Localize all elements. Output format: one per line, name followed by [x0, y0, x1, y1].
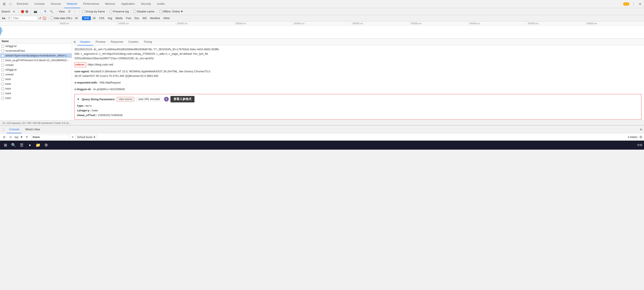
- list-item-checkbox[interactable]: [1, 45, 4, 48]
- taskbar-task-icon[interactable]: ☰: [18, 142, 25, 149]
- list-item-checkbox[interactable]: [1, 97, 4, 100]
- waterfall-view-icon[interactable]: ⫶: [72, 9, 78, 14]
- filter-tab-manifest[interactable]: Manifest: [148, 16, 162, 20]
- tab-elements[interactable]: Elements: [14, 0, 31, 8]
- offline-label[interactable]: Offline: [159, 10, 171, 13]
- details-close-icon[interactable]: ✕: [73, 40, 76, 44]
- iframe-input[interactable]: [31, 134, 70, 140]
- undock-icon[interactable]: □: [7, 1, 14, 7]
- filter-tab-doc[interactable]: Doc: [133, 16, 141, 20]
- filter-tab-xhr[interactable]: XHR: [82, 16, 91, 20]
- filter-tab-css[interactable]: CSS: [97, 16, 106, 20]
- details-tab-cookies[interactable]: Cookies: [126, 39, 141, 46]
- all-filter-tab[interactable]: All: [74, 16, 79, 20]
- taskbar-chrome-icon[interactable]: ●: [26, 142, 34, 149]
- details-tab-preview[interactable]: Preview: [93, 39, 108, 46]
- context-select[interactable]: ▼: [20, 136, 23, 139]
- list-item[interactable]: track_ua.gif?APIVersion=0.6.0&cid=10_194…: [0, 58, 72, 63]
- eye-icon[interactable]: 👁: [25, 135, 30, 140]
- case-sensitive-button[interactable]: Aa: [1, 17, 6, 20]
- disable-cache-checkbox[interactable]: [133, 10, 136, 13]
- filter-tab-other[interactable]: Other: [162, 16, 172, 20]
- tab-audits[interactable]: Audits: [154, 0, 168, 8]
- view-source-button[interactable]: view source: [117, 97, 134, 101]
- details-tab-headers[interactable]: Headers: [77, 39, 93, 46]
- tab-memory[interactable]: Memory: [102, 0, 118, 8]
- settings-cog-icon[interactable]: ⚙: [639, 135, 642, 139]
- list-item[interactable]: track: [0, 77, 72, 82]
- hide-data-urls-label[interactable]: Hide data URLs: [51, 17, 72, 20]
- list-item-checkbox[interactable]: [1, 50, 4, 52]
- hide-data-urls-checkbox[interactable]: [51, 17, 54, 20]
- taskbar-search-icon[interactable]: 🔍: [10, 142, 17, 149]
- group-by-frame-label[interactable]: Group by frame: [82, 10, 105, 13]
- filter-icon[interactable]: ⚗: [42, 9, 48, 14]
- filter-tab-ws[interactable]: WS: [141, 16, 148, 20]
- filter-tab-media[interactable]: Media: [114, 16, 124, 20]
- list-item[interactable]: track: [0, 86, 72, 91]
- details-scroll-area[interactable]: 3D106310124; dc_sid=71cdd04ac853d9183b6e…: [72, 46, 644, 120]
- tab-security[interactable]: Security: [138, 0, 154, 8]
- reload-icon[interactable]: ↺: [39, 16, 41, 20]
- tab-network[interactable]: Network: [64, 0, 80, 8]
- default-levels-dropdown[interactable]: Default levels ▼: [76, 135, 97, 139]
- list-item-checkbox[interactable]: [1, 92, 4, 95]
- list-item[interactable]: isDiggList: [0, 44, 72, 48]
- view-url-encoded-button[interactable]: view URL encoded: [136, 97, 162, 101]
- list-item-checkbox[interactable]: [1, 54, 4, 57]
- list-item[interactable]: unread: [0, 63, 72, 68]
- list-item-checkbox[interactable]: [1, 59, 4, 62]
- taskbar-app2-icon[interactable]: ⚙: [42, 142, 50, 149]
- clear-filter-icon[interactable]: 🚫: [42, 16, 46, 20]
- whats-new-tab[interactable]: What's New: [23, 126, 42, 133]
- list-view-icon[interactable]: ☰: [67, 9, 72, 14]
- filter-tab-js[interactable]: JS: [91, 16, 97, 20]
- dock-icon[interactable]: ⊞: [1, 1, 7, 7]
- filter-input[interactable]: [12, 16, 37, 20]
- console-tab[interactable]: Console: [7, 126, 22, 133]
- details-tab-timing[interactable]: Timing: [141, 39, 154, 46]
- taskbar-app1-icon[interactable]: 📁: [34, 142, 42, 149]
- search-icon[interactable]: 🔍: [49, 9, 54, 14]
- list-item[interactable]: track: [0, 91, 72, 96]
- list-item[interactable]: isDiggList: [0, 68, 72, 72]
- stop-recording-button[interactable]: ⊘: [25, 10, 28, 13]
- list-item-checkbox[interactable]: [1, 68, 4, 71]
- tab-performance[interactable]: Performance: [80, 0, 102, 8]
- preserve-log-checkbox[interactable]: [110, 10, 112, 13]
- group-by-frame-checkbox[interactable]: [82, 10, 85, 13]
- timeline-chart[interactable]: [0, 26, 644, 39]
- list-item-checkbox[interactable]: [1, 73, 4, 76]
- offline-checkbox[interactable]: [159, 10, 162, 13]
- list-item-checkbox[interactable]: [1, 83, 4, 86]
- disable-cache-label[interactable]: Disable cache: [133, 10, 154, 13]
- regex-button[interactable]: .*: [7, 16, 10, 20]
- preserve-log-label[interactable]: Preserve log: [110, 10, 129, 13]
- record-button[interactable]: [21, 10, 24, 13]
- details-tab-response[interactable]: Response: [108, 39, 126, 46]
- online-select[interactable]: Online ▼: [172, 10, 183, 13]
- close-search-icon[interactable]: ✕: [12, 9, 16, 14]
- list-item[interactable]: recommendFeed: [0, 48, 72, 53]
- request-list[interactable]: isDiggList recommendFeed articles?type=m…: [0, 44, 72, 120]
- tab-application[interactable]: Application: [118, 0, 138, 8]
- more-options-icon[interactable]: ⋮: [630, 1, 637, 7]
- tab-console[interactable]: Console: [31, 0, 48, 8]
- list-item[interactable]: track: [0, 82, 72, 86]
- clear-iframe-icon[interactable]: ✕: [72, 136, 74, 139]
- list-item[interactable]: track: [0, 96, 72, 100]
- list-item-checkbox[interactable]: [1, 87, 4, 90]
- devtools-close-icon[interactable]: ✕: [637, 1, 643, 7]
- console-menu-icon[interactable]: ⋮: [2, 128, 5, 132]
- filter-tab-img[interactable]: Img: [106, 16, 114, 20]
- filter-tab-font[interactable]: Font: [124, 16, 133, 20]
- console-close-icon[interactable]: ✕: [640, 128, 642, 132]
- list-item[interactable]: unread: [0, 72, 72, 77]
- tab-sources[interactable]: Sources: [48, 0, 64, 8]
- list-item-selected[interactable]: articles?type=more&category=home&shown_o…: [0, 53, 72, 58]
- taskbar-start-icon[interactable]: ⊞: [2, 142, 9, 149]
- list-item-checkbox[interactable]: [1, 64, 4, 66]
- console-icon1[interactable]: ⊞: [2, 135, 6, 140]
- camera-icon[interactable]: 📷: [33, 9, 38, 14]
- list-item-checkbox[interactable]: [1, 78, 4, 81]
